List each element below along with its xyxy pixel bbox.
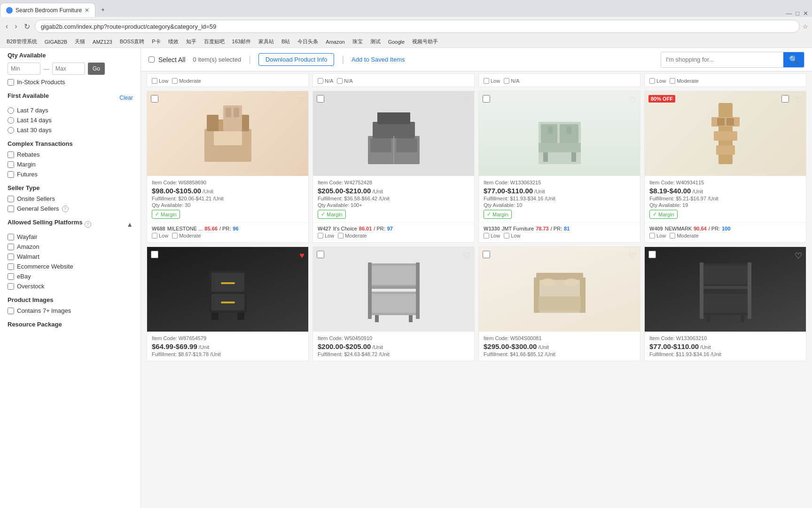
select-all-checkbox[interactable] [148,56,155,63]
back-button[interactable]: ‹ [4,21,10,32]
low-label-1: Low [159,78,168,84]
rebates-checkbox-item[interactable]: Rebates [8,151,133,158]
add-to-saved-items-button[interactable]: Add to Saved Items [351,56,405,63]
bookmark-jiaju[interactable]: 家具站 [256,37,277,46]
card-checkbox-8[interactable] [648,251,656,258]
general-sellers-checkbox[interactable] [8,206,14,212]
wayfair-checkbox-item[interactable]: Wayfair [8,233,133,240]
card-checkbox-2[interactable] [317,95,324,103]
tab-close-button[interactable]: ✕ [85,7,89,14]
bookmark-b2b[interactable]: B2B管理系统 [4,37,40,46]
card-heart-4[interactable]: ♡ [795,95,802,105]
new-tab-button[interactable]: + [95,3,180,17]
platforms-help-icon[interactable]: ? [85,221,91,228]
qty-min-input[interactable] [8,63,40,75]
last14days-radio-item[interactable]: Last 14 days [8,117,133,124]
walmart-checkbox[interactable] [8,254,14,260]
overstock-checkbox-item[interactable]: Overstock [8,283,133,290]
general-sellers-checkbox-item[interactable]: General Sellers ? [8,205,133,212]
bookmark-amazon[interactable]: Amazon [323,38,347,46]
bookmark-amz123[interactable]: AMZ123 [90,38,115,46]
card-checkbox-5[interactable] [151,251,158,258]
bookmark-bilibili[interactable]: B站 [279,37,293,46]
margin-check-1: ✓ [155,211,159,217]
card-heart-6[interactable]: ♡ [463,251,470,261]
bookmark-jixiao[interactable]: 绩效 [165,37,181,46]
ebay-checkbox-item[interactable]: eBay [8,273,133,280]
bookmark-toutiao[interactable]: 今日头条 [295,37,321,46]
star-icon[interactable]: ☆ [803,23,808,30]
contains7images-label: Contains 7+ images [17,307,71,314]
last30days-radio-item[interactable]: Last 30 days [8,127,133,134]
active-tab[interactable]: Search Bedroom Furniture ✕ [0,3,95,17]
qty-go-button[interactable]: Go [88,63,105,75]
card-checkbox-1[interactable] [151,95,158,103]
card-heart-5[interactable]: ♥ [299,251,304,261]
qty-max-input[interactable] [52,63,85,75]
amazon-platform-checkbox-item[interactable]: Amazon [8,243,133,250]
search-button[interactable]: 🔍 [783,52,804,67]
minimize-icon[interactable]: — [786,10,792,17]
reload-button[interactable]: ↻ [22,21,32,32]
ecommerce-checkbox-item[interactable]: Ecommerce Website [8,263,133,270]
card-heart-3[interactable]: ♡ [629,95,636,105]
product-card-4: 80% OFF ♡ [644,91,806,243]
search-input[interactable] [661,52,783,67]
bookmark-baidutieba[interactable]: 百度贴吧 [201,37,227,46]
futures-checkbox[interactable] [8,171,14,178]
contains7images-checkbox[interactable] [8,308,14,314]
bookmark-zhubao[interactable]: 珠宝 [350,37,366,46]
complex-transactions-section: Complex Transactions Rebates Margin Futu… [8,140,133,178]
close-icon[interactable]: ✕ [803,10,808,17]
card-heart-7[interactable]: ♡ [629,251,636,261]
restore-icon[interactable]: □ [796,10,799,17]
card-heart-8[interactable]: ♡ [795,251,802,261]
walmart-checkbox-item[interactable]: Walmart [8,253,133,260]
last7days-radio[interactable] [8,107,14,114]
amazon-platform-checkbox[interactable] [8,244,14,250]
card-top-7: ♡ [479,247,640,332]
card-checkbox-4[interactable] [781,95,789,103]
bookmark-google[interactable]: Google [385,38,407,46]
forward-button[interactable]: › [13,21,19,32]
bookmark-tianmao[interactable]: 天猫 [72,37,88,46]
last14days-radio[interactable] [8,117,14,124]
rebates-checkbox[interactable] [8,151,14,158]
card-checkbox-6[interactable] [317,251,324,258]
futures-checkbox-item[interactable]: Futures [8,171,133,178]
margin-checkbox[interactable] [8,161,14,168]
avail-low-3: Low [491,233,500,238]
card-checkbox-3[interactable] [483,95,490,103]
last7days-radio-item[interactable]: Last 7 days [8,107,133,114]
onsite-sellers-checkbox[interactable] [8,196,14,202]
wayfair-checkbox[interactable] [8,234,14,240]
first-available-clear[interactable]: Clear [119,95,133,101]
card-heart-2[interactable]: ♡ [463,95,470,105]
download-product-info-button[interactable]: Download Product Info [258,53,335,66]
bookmark-pka[interactable]: P卡 [149,37,163,46]
in-stock-checkbox-item[interactable]: In-Stock Products [8,79,133,86]
price-6: $200.00-$205.00 [318,342,371,350]
margin-text-1: Margin [161,212,177,217]
card-checkbox-7[interactable] [483,251,490,258]
address-bar: ‹ › ↻ ☆ [0,17,812,36]
general-sellers-help-icon[interactable]: ? [62,206,69,212]
bookmark-boss[interactable]: BOSS直聘 [117,37,148,46]
overstock-checkbox[interactable] [8,283,14,290]
platforms-collapse-button[interactable]: ▲ [126,221,133,228]
bookmark-zhihu[interactable]: 知乎 [183,37,199,46]
bookmark-gigab2b[interactable]: GIGAB2B [42,38,70,46]
in-stock-checkbox[interactable] [8,79,14,86]
margin-checkbox-item[interactable]: Margin [8,161,133,168]
card-heart-1[interactable]: ♡ [297,95,304,105]
ecommerce-checkbox[interactable] [8,263,14,270]
svg-rect-32 [221,302,235,303]
ebay-checkbox[interactable] [8,273,14,280]
contains7images-checkbox-item[interactable]: Contains 7+ images [8,307,133,314]
bookmark-ceshi[interactable]: 测试 [367,37,383,46]
onsite-sellers-checkbox-item[interactable]: Onsite Sellers [8,195,133,202]
bookmark-163[interactable]: 163邮件 [229,37,254,46]
bookmark-shipinhao[interactable]: 视频号助手 [409,37,441,46]
address-input[interactable] [35,20,800,33]
last30days-radio[interactable] [8,127,14,134]
